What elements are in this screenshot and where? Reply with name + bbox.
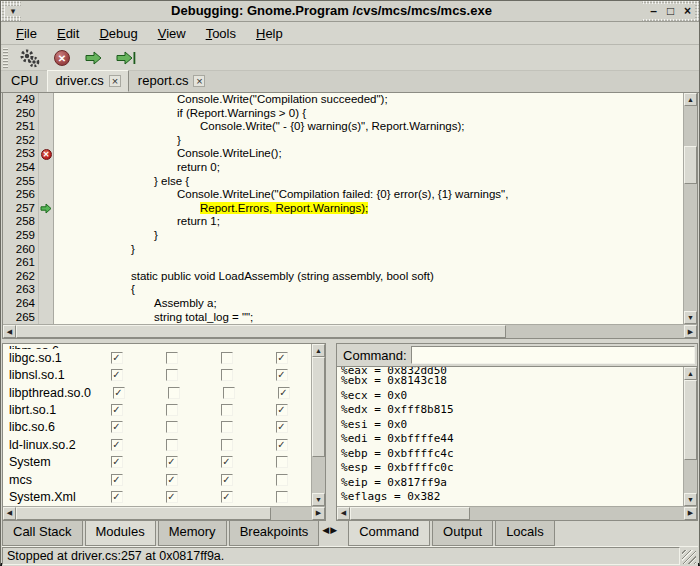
modules-horizontal-scrollbar[interactable]: ◀ ▶ (3, 506, 325, 520)
module-checkbox[interactable] (221, 421, 233, 433)
module-row[interactable]: mcs✓✓✓ (9, 471, 311, 488)
menu-help[interactable]: Help (247, 24, 292, 43)
code-text[interactable]: Report.Errors, Report.Warnings); (54, 202, 683, 216)
gutter-marker[interactable] (39, 256, 54, 270)
module-checkbox[interactable] (221, 369, 233, 381)
line-number[interactable]: 263 (3, 283, 39, 297)
scroll-right-icon[interactable]: ▶ (312, 507, 325, 520)
module-row[interactable]: System.Xml✓✓✓ (9, 488, 311, 505)
line-number[interactable]: 254 (3, 161, 39, 175)
module-checkbox[interactable]: ✓ (111, 439, 123, 451)
tab-report-cs[interactable]: report.cs× (130, 70, 214, 92)
code-line[interactable]: 265string total_log = ""; (3, 311, 683, 325)
module-checkbox[interactable]: ✓ (166, 491, 178, 503)
vertical-splitter[interactable] (326, 343, 336, 521)
code-text[interactable]: } (54, 243, 683, 257)
line-number[interactable]: 260 (3, 243, 39, 257)
gutter-marker[interactable] (39, 188, 54, 202)
menu-edit[interactable]: Edit (48, 24, 88, 43)
module-checkbox[interactable]: ✓ (221, 456, 233, 468)
module-row[interactable]: libc.so.6✓✓ (9, 419, 311, 436)
tab-cpu[interactable]: CPU (3, 70, 46, 92)
tab-scroll-left-icon[interactable]: ◀ (322, 525, 329, 535)
editor-vertical-scrollbar[interactable]: ▲ ▼ (683, 93, 697, 324)
module-checkbox[interactable]: ✓ (166, 474, 178, 486)
modules-vertical-scrollbar[interactable]: ▲ ▼ (311, 344, 325, 506)
module-row[interactable]: System✓✓✓ (9, 453, 311, 470)
menu-debug[interactable]: Debug (90, 24, 146, 43)
module-checkbox[interactable] (221, 352, 233, 364)
tab-scroll-right-icon[interactable]: ▶ (330, 525, 337, 535)
line-number[interactable]: 258 (3, 215, 39, 229)
module-checkbox[interactable] (166, 404, 178, 416)
code-text[interactable]: { (54, 283, 683, 297)
tab-breakpoints[interactable]: Breakpoints (229, 521, 320, 546)
code-line[interactable]: 255} else { (3, 175, 683, 189)
tab-close-icon[interactable]: × (193, 75, 205, 87)
code-text[interactable]: } else { (54, 175, 683, 189)
editor-horizontal-scrollbar[interactable]: ◀ ▶ (3, 324, 697, 338)
module-checkbox[interactable] (223, 387, 235, 399)
command-input[interactable] (411, 346, 695, 364)
modules-vscroll-thumb[interactable] (312, 357, 325, 457)
gutter-marker[interactable] (39, 311, 54, 325)
gutter-marker[interactable] (39, 270, 54, 284)
module-checkbox[interactable]: ✓ (111, 456, 123, 468)
scroll-left-icon[interactable]: ◀ (3, 325, 16, 338)
line-number[interactable]: 255 (3, 175, 39, 189)
tab-driver-cs[interactable]: driver.cs× (47, 70, 128, 92)
gutter-marker[interactable] (39, 175, 54, 189)
code-line[interactable]: 262static public void LoadAssembly (stri… (3, 270, 683, 284)
code-line[interactable]: 257Report.Errors, Report.Warnings); (3, 202, 683, 216)
gutter-marker[interactable] (39, 229, 54, 243)
scroll-right-icon[interactable]: ▶ (684, 325, 697, 338)
debug-gears-icon[interactable] (18, 47, 42, 69)
tab-memory[interactable]: Memory (158, 521, 227, 546)
module-checkbox[interactable]: ✓ (276, 352, 288, 364)
module-checkbox[interactable] (166, 439, 178, 451)
module-checkbox[interactable]: ✓ (166, 456, 178, 468)
code-line[interactable]: 253✕Console.WriteLine(); (3, 147, 683, 161)
code-line[interactable]: 249Console.Write("Compilation succeeded"… (3, 93, 683, 107)
registers-vscroll-thumb[interactable] (684, 380, 697, 460)
tab-call-stack[interactable]: Call Stack (2, 521, 83, 546)
module-checkbox[interactable] (166, 352, 178, 364)
scroll-left-icon[interactable]: ◀ (3, 507, 16, 520)
line-number[interactable]: 257 (3, 202, 39, 216)
module-checkbox[interactable]: ✓ (111, 404, 123, 416)
resize-grip-icon[interactable] (682, 550, 696, 564)
editor-vscroll-thumb[interactable] (684, 146, 697, 184)
maximize-icon[interactable]: □ (663, 4, 678, 19)
line-number[interactable]: 250 (3, 107, 39, 121)
modules-hscroll-thumb[interactable] (16, 507, 271, 520)
module-checkbox[interactable]: ✓ (276, 439, 288, 451)
code-text[interactable]: Console.Write("Compilation succeeded"); (54, 93, 683, 107)
module-checkbox[interactable] (276, 491, 288, 503)
module-checkbox[interactable] (221, 404, 233, 416)
module-checkbox[interactable]: ✓ (221, 491, 233, 503)
scroll-down-icon[interactable]: ▼ (684, 493, 697, 506)
scroll-up-icon[interactable]: ▲ (684, 367, 697, 380)
module-checkbox[interactable]: ✓ (111, 421, 123, 433)
module-checkbox[interactable]: ✓ (276, 421, 288, 433)
line-number[interactable]: 261 (3, 256, 39, 270)
registers-horizontal-scrollbar[interactable]: ◀ ▶ (337, 506, 697, 520)
close-icon[interactable]: × (680, 4, 695, 19)
menu-view[interactable]: View (149, 24, 195, 43)
registers-vertical-scrollbar[interactable]: ▲ ▼ (683, 367, 697, 506)
tab-output[interactable]: Output (432, 521, 493, 546)
module-row[interactable]: ld-linux.so.2✓✓ (9, 436, 311, 453)
scroll-up-icon[interactable]: ▲ (312, 344, 325, 357)
scroll-down-icon[interactable]: ▼ (684, 311, 697, 324)
continue-icon[interactable] (82, 47, 106, 69)
module-checkbox[interactable]: ✓ (111, 369, 123, 381)
code-text[interactable]: Console.WriteLine("Compilation failed: {… (54, 188, 683, 202)
code-text[interactable]: static public void LoadAssembly (string … (54, 270, 683, 284)
gutter-marker[interactable] (39, 215, 54, 229)
code-line[interactable]: 250if (Report.Warnings > 0) { (3, 107, 683, 121)
line-number[interactable]: 253 (3, 147, 39, 161)
code-line[interactable]: 264Assembly a; (3, 297, 683, 311)
minimize-icon[interactable]: – (646, 4, 661, 19)
code-line[interactable]: 256Console.WriteLine("Compilation failed… (3, 188, 683, 202)
tab-command[interactable]: Command (348, 521, 430, 546)
